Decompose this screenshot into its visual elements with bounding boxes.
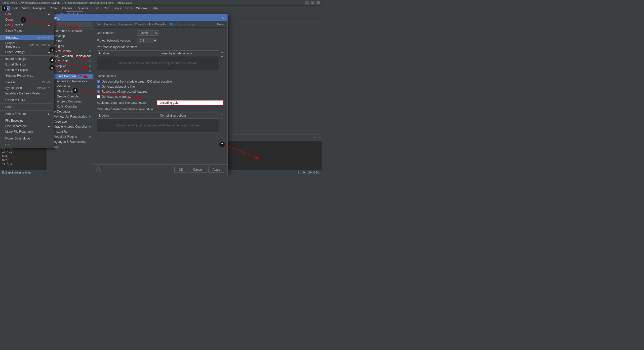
separator-7 [0, 117, 54, 117]
file-menu-open[interactable]: Open... [0, 17, 54, 22]
file-menu-line-separators[interactable]: Line Separators ▶ [0, 123, 54, 129]
javac-options-title: Javac Options [97, 74, 224, 78]
settings-body: Use compiler: Javac Eclipse Project byte… [93, 28, 227, 164]
tree-label-keymap: Keymap [54, 34, 65, 38]
use-compiler-label: Use compiler: [97, 31, 137, 35]
project-bytecode-label: Project bytecode version: [97, 39, 137, 42]
close-button[interactable]: ✕ [316, 1, 320, 5]
file-menu-add-favorites[interactable]: Add to Favorites ▶ [0, 111, 54, 117]
tree-label-appearance: Appearance & Behavior [51, 29, 83, 33]
status-bar-right: 21:40 LF+ GBK: [298, 171, 320, 174]
file-menu-power-save[interactable]: Power Save Mode [0, 136, 54, 141]
add-override-button[interactable]: + [220, 113, 224, 117]
reset-link[interactable]: Reset [217, 23, 224, 26]
menu-bar: File Edit View Navigate Code Analyze Ref… [0, 6, 322, 11]
run-settings-icon[interactable]: ⚙ [314, 136, 316, 139]
help-button[interactable]: ? [96, 167, 101, 172]
minimize-button[interactable]: — [305, 1, 309, 5]
checkbox-deprecated-label: Report use of deprecated features [102, 90, 147, 93]
annotation-1: 1 [2, 6, 7, 11]
override-table-container: Module Compilation options Additional co… [97, 113, 224, 134]
file-menu-exit[interactable]: Exit [0, 143, 54, 148]
cmdline-input[interactable] [157, 100, 224, 106]
tree-label-validation: Validation [57, 85, 70, 88]
file-menu-synchronize[interactable]: Synchronize Ctrl+Alt+Y [0, 85, 54, 91]
dialog-title-bar: Settings ✕ [47, 14, 227, 21]
menu-item-code[interactable]: Code [48, 6, 59, 11]
tree-label-instant-run: Instant Run [54, 130, 69, 133]
menu-item-edit[interactable]: Edit [10, 6, 20, 11]
separator-1 [0, 34, 54, 34]
checkbox-debugging-info-label: Generate debugging info [102, 85, 135, 88]
file-menu-invalidate-caches[interactable]: Invalidate Caches / Restart... [0, 91, 54, 96]
ok-button[interactable]: OK [174, 167, 187, 173]
separator-3 [0, 79, 54, 79]
checkbox-no-warnings-input[interactable] [97, 95, 100, 98]
status-encoding: LF+ GBK: [308, 171, 320, 174]
remove-module-button[interactable]: − [220, 54, 224, 58]
checkbox-deprecated-input[interactable] [97, 90, 100, 93]
file-menu-make-readonly[interactable]: Make File Read-only [0, 129, 54, 134]
file-menu-export-settings[interactable]: Export Settings... [0, 62, 54, 67]
menu-item-refactor[interactable]: Refactor [75, 6, 90, 11]
checkbox-debugging-info-input[interactable] [97, 85, 100, 88]
checkbox-no-warnings: Generate no warnings [97, 95, 224, 98]
override-table-empty: Additional compilation options will be t… [97, 119, 219, 132]
checkbox-debugging-info: Generate debugging info [97, 85, 224, 88]
tree-label-required-plugins: Required Plugins [54, 135, 77, 138]
menu-item-run[interactable]: Run [102, 6, 111, 11]
separator-4 [0, 97, 54, 97]
remove-override-button[interactable]: − [220, 117, 224, 121]
file-menu-open-recent[interactable]: Open Recent ▶ [0, 22, 54, 28]
file-menu-other-settings[interactable]: Other Settings ▶ [0, 49, 54, 55]
override-options-col: Compilation options [158, 113, 219, 118]
add-module-button[interactable]: + [220, 50, 224, 54]
status-time: 21:40 [298, 171, 305, 174]
file-menu-print[interactable]: Print... [0, 104, 54, 110]
file-menu-settings-repo[interactable]: Settings Repository... [0, 73, 54, 78]
maximize-button[interactable]: □ [311, 1, 314, 5]
module-table-container: Module Target bytecode version All modul… [97, 50, 224, 72]
menu-item-vcs[interactable]: VCS [124, 6, 134, 11]
settings-main: Build, Execution, Deployment › Compiler … [93, 21, 227, 175]
menu-item-help[interactable]: Help [149, 6, 160, 11]
tree-label-coverage: Coverage [54, 120, 67, 123]
override-label: Override compiler parameters per-module: [97, 108, 224, 111]
menu-item-tools[interactable]: Tools [112, 6, 123, 11]
dialog-close-button[interactable]: ✕ [221, 16, 225, 20]
file-menu-file-encoding[interactable]: File Encoding [0, 118, 54, 123]
cancel-button[interactable]: Cancel [189, 167, 207, 173]
module-table-empty: All modules will be compiled with projec… [97, 56, 219, 70]
tree-label-annotation-processors: Annotation Processors [57, 80, 87, 83]
checkbox-use-compiler-label: Use compiler from module target JDK when… [102, 80, 172, 83]
tree-label-kotlin-compiler: Kotlin Compiler [57, 105, 77, 108]
annotation-2: 2 [21, 17, 26, 23]
file-menu-settings[interactable]: Settings... Ctrl+Alt+S [0, 35, 54, 40]
apply-button[interactable]: Apply [208, 167, 224, 173]
menu-item-build[interactable]: Build [91, 6, 101, 11]
file-menu-export-html[interactable]: Export to HTML... [0, 97, 54, 103]
file-menu-export-eclipse[interactable]: Export to Eclipse... [0, 67, 54, 73]
file-menu-import-settings[interactable]: Import Settings... [0, 56, 54, 62]
checkbox-use-compiler-input[interactable] [97, 80, 100, 83]
separator-8 [0, 135, 54, 135]
file-menu-project-structure[interactable]: Project Structure... Ctrl+Alt+Shift+S [0, 40, 54, 49]
settings-dialog: Settings ✕ ▶ Appearance & Behavior Keyma… [47, 14, 228, 175]
use-compiler-select[interactable]: Javac Eclipse [137, 30, 158, 36]
project-bytecode-select[interactable]: 1.8 1.7 [137, 38, 157, 43]
file-menu-close-project[interactable]: Close Project [0, 28, 54, 33]
separator-5 [0, 103, 54, 104]
search-input[interactable] [48, 22, 92, 27]
file-menu-new[interactable]: New ▶ [0, 11, 54, 17]
dialog-action-buttons: OK Cancel Apply [174, 167, 224, 173]
breadcrumb-path: Build, Execution, Deployment › Compiler … [96, 23, 196, 26]
menu-item-navigate[interactable]: Navigate [31, 6, 47, 11]
module-table: Module Target bytecode version All modul… [97, 50, 219, 70]
override-table-buttons: + − [220, 113, 224, 134]
tree-label-plugins: Plugins [54, 44, 64, 48]
menu-item-window[interactable]: Window [134, 6, 149, 11]
menu-item-analyze[interactable]: Analyze [59, 6, 74, 11]
run-close-icon[interactable]: — [318, 136, 321, 139]
file-menu-save-all[interactable]: Save All Ctrl+S [0, 80, 54, 85]
menu-item-view[interactable]: View [20, 6, 31, 11]
